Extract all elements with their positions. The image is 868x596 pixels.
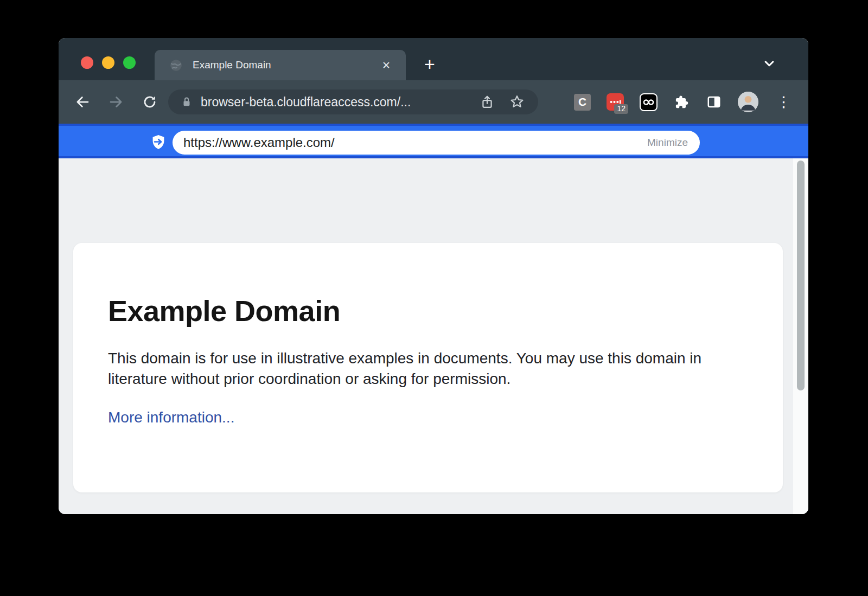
page-viewport: Example Domain This domain is for use in… (59, 158, 808, 514)
lock-icon (180, 95, 193, 108)
page-title: Example Domain (108, 294, 748, 328)
extension-c-icon[interactable]: C (574, 94, 591, 111)
tab-search-chevron-icon[interactable] (757, 52, 781, 76)
scrollbar-track[interactable] (793, 158, 808, 514)
content-card: Example Domain This domain is for use in… (73, 243, 783, 492)
extensions-puzzle-icon[interactable] (673, 94, 690, 111)
profile-avatar[interactable] (738, 92, 758, 112)
forward-icon (104, 90, 128, 114)
extensions-area: C 12 (574, 92, 797, 112)
reload-icon[interactable] (138, 90, 162, 114)
tab-title: Example Domain (193, 59, 379, 71)
extension-password-manager-icon[interactable]: 12 (607, 93, 624, 111)
remote-url-pill: Minimize (173, 131, 700, 155)
tab-close-icon[interactable]: ✕ (379, 58, 394, 73)
globe-favicon-icon (169, 58, 183, 73)
scrollbar-thumb[interactable] (797, 161, 805, 390)
back-icon[interactable] (71, 90, 94, 114)
more-information-link[interactable]: More information... (108, 409, 234, 426)
extension-badge: 12 (614, 104, 628, 114)
browser-window: Example Domain ✕ + (59, 38, 808, 514)
screenshot-background: Example Domain ✕ + (0, 0, 868, 596)
tab-strip: Example Domain ✕ + (59, 38, 808, 80)
page-paragraph: This domain is for use in illustrative e… (108, 348, 735, 389)
shield-icon (150, 133, 167, 153)
bookmark-star-icon[interactable] (509, 94, 525, 110)
browser-menu-icon[interactable]: ⋮ (774, 95, 793, 110)
remote-url-input[interactable] (183, 135, 647, 150)
browser-tab[interactable]: Example Domain ✕ (155, 50, 406, 80)
address-bar[interactable]: browser-beta.cloudflareaccess.com/... (168, 89, 538, 114)
browser-toolbar: browser-beta.cloudflareaccess.com/... C (59, 80, 808, 124)
remote-browser-bar: Minimize (59, 124, 808, 158)
extension-two-circles-icon[interactable] (640, 93, 658, 111)
new-tab-button[interactable]: + (419, 50, 441, 78)
window-controls (81, 56, 136, 69)
zoom-window-button[interactable] (123, 56, 136, 69)
side-panel-icon[interactable] (706, 94, 722, 110)
address-bar-url: browser-beta.cloudflareaccess.com/... (201, 95, 465, 110)
minimize-window-button[interactable] (102, 56, 114, 69)
close-window-button[interactable] (81, 56, 93, 69)
minimize-bar-button[interactable]: Minimize (647, 137, 688, 149)
share-icon[interactable] (480, 94, 495, 110)
